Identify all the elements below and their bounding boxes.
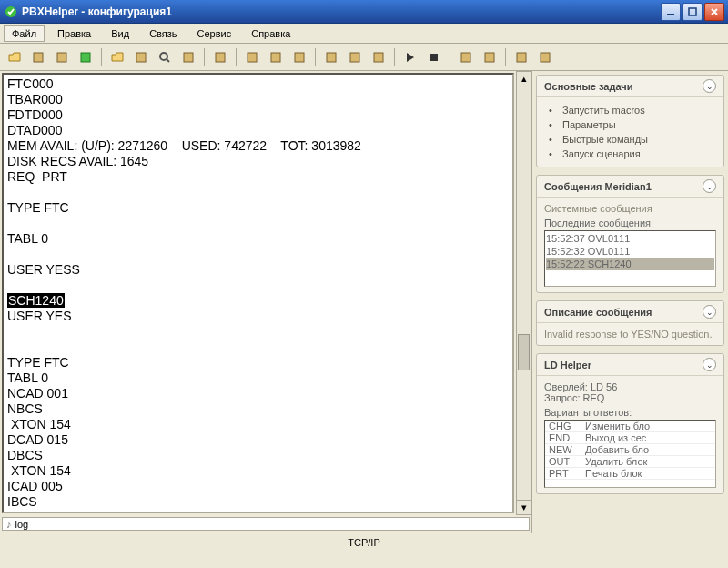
terminal-line: USER YES — [7, 309, 509, 324]
collapse-icon[interactable]: ⌄ — [703, 358, 716, 371]
terminal-line: DBCS — [7, 448, 509, 463]
svg-rect-13 — [327, 53, 336, 62]
svg-rect-11 — [271, 53, 280, 62]
menu-service[interactable]: Сервис — [190, 26, 239, 41]
message-row[interactable]: 15:52:22 SCH1240 — [546, 258, 714, 270]
svg-rect-10 — [248, 53, 257, 62]
panel-ldhelper: LD Helper ⌄ Оверлей: LD 56 Запрос: REQ В… — [536, 353, 724, 494]
collapse-icon[interactable]: ⌄ — [703, 79, 716, 93]
terminal-line: DCAD 015 — [7, 432, 509, 448]
disconnect-icon[interactable] — [75, 46, 96, 68]
panel-tasks-title: Основные задачи — [544, 81, 632, 92]
ld-row[interactable]: NEWДобавить бло — [545, 444, 715, 456]
svg-rect-17 — [461, 53, 470, 62]
folder-icon[interactable] — [106, 46, 128, 68]
svg-rect-19 — [517, 53, 526, 62]
properties-icon[interactable] — [27, 46, 49, 68]
recent-label: Последние сообщения: — [544, 218, 716, 228]
messages-subtitle: Системные сообщения — [544, 203, 716, 214]
tool2-icon[interactable] — [479, 46, 500, 68]
terminal-line: MEM AVAIL: (U/P): 2271260 USED: 742722 T… — [7, 138, 509, 154]
open-file-icon[interactable] — [4, 46, 25, 68]
side-panel: Основные задачи ⌄ •Запустить macros•Пара… — [532, 71, 728, 532]
message-row[interactable]: 15:52:32 OVL0111 — [546, 245, 714, 258]
maximize-button[interactable] — [682, 3, 703, 21]
doc2-icon[interactable] — [265, 46, 287, 68]
ld-variants-table[interactable]: CHGИзменить блоENDВыход из сесNEWДобавит… — [544, 420, 716, 488]
panel-messages-title: Сообщения Meridian1 — [544, 181, 652, 192]
window-title: PBXHelper - конфигурация1 — [22, 5, 661, 18]
svg-rect-12 — [295, 53, 304, 62]
menu-help[interactable]: Справка — [244, 26, 298, 41]
terminal-line: TYPE FTC — [7, 200, 509, 216]
ld-row[interactable]: PRTПечать блок — [545, 468, 715, 480]
terminal-line: DTAD000 — [7, 123, 509, 138]
svg-rect-9 — [216, 53, 225, 62]
svg-rect-16 — [430, 54, 438, 61]
svg-rect-15 — [374, 53, 383, 62]
panel-ld-title: LD Helper — [544, 360, 592, 370]
terminal-line: ICAD 005 — [7, 479, 509, 494]
menu-connect[interactable]: Связь — [142, 26, 184, 41]
book2-icon[interactable] — [344, 46, 366, 68]
terminal-line: FTC000 — [7, 76, 509, 92]
messages-list[interactable]: 15:52:37 OVL011115:52:32 OVL011115:52:22… — [544, 230, 716, 287]
refresh-icon[interactable] — [177, 46, 199, 68]
svg-rect-3 — [34, 53, 43, 62]
ld-row[interactable]: OUTУдалить блок — [545, 456, 715, 468]
menu-view[interactable]: Вид — [104, 26, 136, 41]
panel-tasks: Основные задачи ⌄ •Запустить macros•Пара… — [536, 75, 724, 167]
stop-icon[interactable] — [423, 46, 445, 68]
help2-icon[interactable] — [534, 46, 556, 68]
terminal-line: USER YESS — [7, 262, 509, 278]
app-icon — [4, 5, 18, 19]
tool1-icon[interactable] — [455, 46, 477, 68]
book1-icon[interactable] — [320, 46, 342, 68]
play-icon[interactable] — [399, 46, 421, 68]
command-text: log — [15, 519, 29, 530]
script-icon[interactable] — [209, 46, 231, 68]
terminal-line: FDTD000 — [7, 107, 509, 123]
toolbar — [0, 44, 728, 71]
terminal-scrollbar[interactable]: ▴ ▾ — [516, 71, 531, 515]
connect-icon[interactable] — [51, 46, 73, 68]
svg-rect-8 — [184, 53, 193, 62]
svg-rect-1 — [667, 14, 674, 15]
help1-icon[interactable] — [511, 46, 532, 68]
command-input[interactable]: ♪ log — [2, 517, 530, 531]
terminal-line: XTON 154 — [7, 417, 509, 432]
ld-row[interactable]: CHGИзменить бло — [545, 421, 715, 432]
copy-icon[interactable] — [130, 46, 152, 68]
message-row[interactable]: 15:52:37 OVL0111 — [546, 232, 714, 245]
terminal-line — [7, 278, 509, 293]
svg-rect-4 — [57, 53, 66, 62]
terminal-line — [7, 324, 509, 340]
doc3-icon[interactable] — [288, 46, 310, 68]
wand-icon: • — [544, 105, 557, 116]
task-label: Параметры — [562, 119, 616, 130]
menu-edit[interactable]: Правка — [50, 26, 98, 41]
menu-file[interactable]: Файл — [4, 25, 45, 42]
task-link[interactable]: •Запуск сценария — [544, 147, 716, 161]
svg-rect-18 — [485, 53, 494, 62]
ld-request-row: Запрос: REQ — [544, 392, 716, 403]
find-icon[interactable] — [154, 46, 176, 68]
book3-icon[interactable] — [368, 46, 389, 68]
doc1-icon[interactable] — [241, 46, 263, 68]
ld-row[interactable]: ENDВыход из сес — [545, 432, 715, 444]
collapse-icon[interactable]: ⌄ — [703, 305, 716, 319]
collapse-icon[interactable]: ⌄ — [703, 179, 716, 193]
terminal-line: XTON 154 — [7, 463, 509, 479]
close-button[interactable] — [704, 3, 724, 21]
svg-rect-2 — [689, 8, 696, 15]
terminal-line: TABL 0 — [7, 231, 509, 247]
minimize-button[interactable] — [661, 3, 681, 21]
task-link[interactable]: •Запустить macros — [544, 103, 716, 117]
terminal-output[interactable]: FTC000TBAR000FDTD000DTAD000MEM AVAIL: (U… — [2, 73, 514, 513]
task-label: Запуск сценария — [562, 148, 641, 159]
task-link[interactable]: •Параметры — [544, 117, 716, 132]
task-link[interactable]: •Быстрые команды — [544, 132, 716, 147]
terminal-line: REQ PRT — [7, 169, 509, 185]
terminal-line: TYPE FTC — [7, 355, 509, 370]
terminal-line: DISK RECS AVAIL: 1645 — [7, 154, 509, 169]
